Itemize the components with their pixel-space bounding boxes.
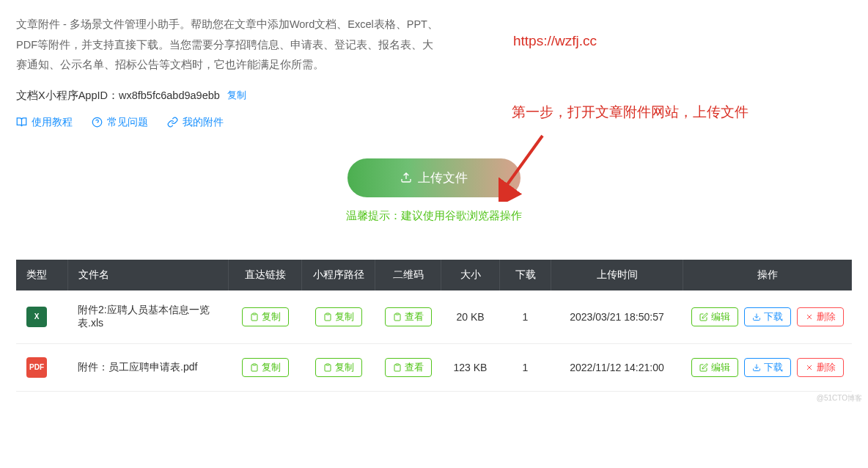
th-download: 下载 (500, 260, 551, 290)
uploadtime-cell: 2022/11/12 14:21:00 (551, 343, 683, 391)
download-count-cell: 1 (500, 290, 551, 344)
myfiles-link[interactable]: 我的附件 (167, 116, 224, 129)
delete-button[interactable]: 删除 (797, 358, 844, 377)
view-qrcode-button[interactable]: 查看 (385, 358, 432, 377)
annotation-url: https://wzfj.cc (513, 33, 597, 49)
arrow-annotation (499, 128, 557, 202)
upload-tip: 温馨提示：建议使用谷歌浏览器操作 (16, 209, 852, 223)
upload-button[interactable]: 上传文件 (347, 158, 521, 197)
edit-button[interactable]: 编辑 (691, 358, 738, 377)
copy-appid-link[interactable]: 复制 (227, 89, 246, 102)
question-icon (92, 117, 103, 128)
th-directlink: 直达链接 (229, 260, 302, 290)
download-button[interactable]: 下载 (744, 358, 791, 377)
copy-directlink-button[interactable]: 复制 (242, 358, 289, 377)
svg-rect-8 (326, 364, 329, 365)
th-type: 类型 (16, 260, 67, 290)
th-filename: 文件名 (67, 260, 229, 290)
filename-cell: 附件2:应聘人员基本信息一览表.xls (67, 290, 229, 344)
edit-button[interactable]: 编辑 (691, 307, 738, 326)
view-qrcode-button[interactable]: 查看 (385, 307, 432, 326)
svg-rect-7 (253, 364, 256, 365)
download-button[interactable]: 下载 (744, 307, 791, 326)
copy-mppath-button[interactable]: 复制 (315, 307, 362, 326)
upload-icon (400, 172, 412, 183)
th-mppath: 小程序路径 (302, 260, 375, 290)
copy-mppath-button[interactable]: 复制 (315, 358, 362, 377)
delete-button[interactable]: 删除 (797, 307, 844, 326)
size-cell: 123 KB (441, 343, 500, 391)
appid-row: 文档X小程序AppID：wx8fb5fc6abd9a9ebb 复制 (16, 89, 852, 103)
faq-link[interactable]: 常见问题 (92, 116, 148, 129)
th-size: 大小 (441, 260, 500, 290)
download-count-cell: 1 (500, 343, 551, 391)
svg-rect-4 (396, 313, 399, 315)
watermark: @51CTO博客 (817, 393, 862, 403)
copy-directlink-button[interactable]: 复制 (242, 307, 289, 326)
annotation-step: 第一步，打开文章附件网站，上传文件 (512, 103, 749, 122)
table-row: PDF 附件：员工应聘申请表.pdf 复制 复制 查看 123 KB 1 202… (16, 343, 852, 391)
uploadtime-cell: 2023/03/21 18:50:57 (551, 290, 683, 344)
table-row: X 附件2:应聘人员基本信息一览表.xls 复制 复制 查看 20 KB 1 2… (16, 290, 852, 344)
tutorial-link[interactable]: 使用教程 (16, 116, 73, 129)
link-icon (167, 117, 178, 128)
th-qrcode: 二维码 (375, 260, 441, 290)
book-icon (16, 117, 27, 128)
th-uploadtime: 上传时间 (551, 260, 683, 290)
file-type-icon: PDF (26, 357, 47, 378)
svg-rect-3 (326, 313, 329, 315)
files-table: 类型 文件名 直达链接 小程序路径 二维码 大小 下载 上传时间 操作 X 附件… (16, 260, 852, 392)
svg-rect-9 (396, 364, 399, 365)
svg-rect-2 (253, 313, 256, 315)
upload-section: 上传文件 温馨提示：建议使用谷歌浏览器操作 (16, 158, 852, 223)
svg-line-1 (504, 136, 542, 189)
th-actions: 操作 (683, 260, 852, 290)
description-text: 文章附件 - 多场景文件管理小助手。帮助您在文章中添加Word文档、Excel表… (16, 15, 441, 76)
size-cell: 20 KB (441, 290, 500, 344)
file-type-icon: X (26, 307, 47, 327)
appid-label: 文档X小程序AppID：wx8fb5fc6abd9a9ebb (16, 89, 220, 103)
filename-cell: 附件：员工应聘申请表.pdf (67, 343, 229, 391)
